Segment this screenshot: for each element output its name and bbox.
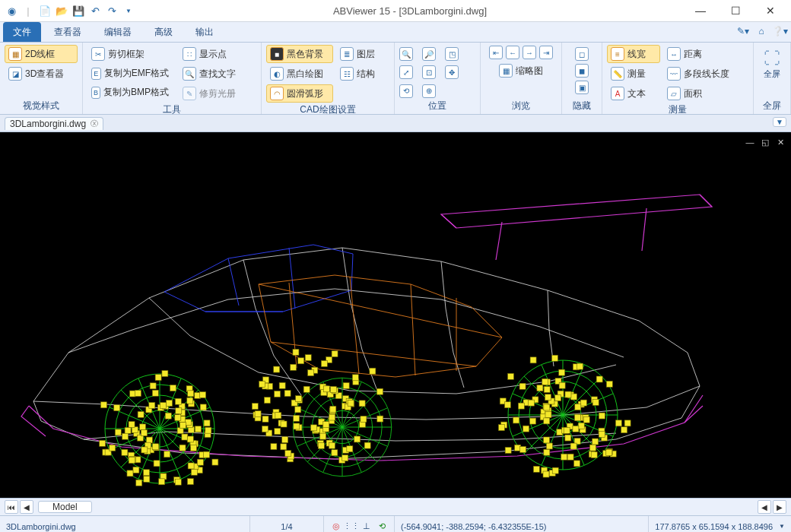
svg-rect-263 bbox=[544, 418, 550, 424]
area-button[interactable]: ▱面积 bbox=[663, 84, 742, 103]
show-points-label: 显示点 bbox=[199, 48, 227, 61]
svg-rect-55 bbox=[159, 479, 165, 485]
nav-first-icon[interactable]: ⇤ bbox=[489, 46, 503, 59]
layers-button[interactable]: ≣图层 bbox=[336, 45, 382, 63]
doctab-dropdown-icon[interactable]: ▼ bbox=[773, 117, 786, 127]
smooth-arc-button[interactable]: ◠圆滑弧形 bbox=[266, 84, 333, 103]
vp-close-icon[interactable]: ✕ bbox=[774, 137, 786, 147]
nav-next-icon[interactable]: → bbox=[523, 46, 536, 59]
area-icon: ▱ bbox=[667, 87, 681, 100]
svg-rect-283 bbox=[529, 400, 535, 406]
zoom-window-icon[interactable]: ◳ bbox=[445, 47, 459, 61]
nav-last-icon[interactable]: ⇥ bbox=[539, 46, 553, 59]
tool-help-icon[interactable]: ❔▾ bbox=[773, 24, 786, 38]
zoom-in-icon[interactable]: 🔍 bbox=[399, 47, 413, 61]
3d-viewer-button[interactable]: ◪ 3D查看器 bbox=[5, 65, 78, 83]
pan-icon[interactable]: ✥ bbox=[445, 65, 459, 79]
menu-tab-editor[interactable]: 编辑器 bbox=[94, 22, 141, 42]
tool-home-icon[interactable]: ⌂ bbox=[754, 24, 768, 38]
copy-emf-button[interactable]: E复制为EMF格式 bbox=[87, 65, 173, 82]
svg-line-13 bbox=[642, 208, 646, 251]
status-coords: (-564.9041; -388.2594; -6.432355E-15) bbox=[395, 516, 649, 532]
status-dropdown-icon[interactable]: ▼ bbox=[779, 523, 785, 530]
sheet-scroll-right-icon[interactable]: ▶ bbox=[773, 500, 786, 514]
show-points-button[interactable]: ∷显示点 bbox=[179, 45, 249, 63]
sheet-scroll-left-icon[interactable]: ◀ bbox=[758, 500, 771, 514]
distance-button[interactable]: ↔距离 bbox=[663, 45, 742, 63]
document-tab[interactable]: 3DLamborgini.dwg ⓧ bbox=[5, 117, 103, 130]
svg-rect-22 bbox=[144, 470, 150, 476]
nav-prev-icon[interactable]: ← bbox=[506, 46, 519, 59]
undo-icon[interactable]: ↶ bbox=[88, 4, 102, 17]
grid-icon[interactable]: ⋮⋮ bbox=[345, 521, 357, 533]
scissors-icon: ✂ bbox=[91, 47, 105, 61]
menu-tab-viewer[interactable]: 查看器 bbox=[44, 22, 91, 42]
hide-other-icon[interactable]: ◼ bbox=[575, 64, 589, 78]
menu-tab-advanced[interactable]: 高级 bbox=[145, 22, 183, 42]
maximize-button[interactable]: ☐ bbox=[721, 3, 750, 18]
copy-bmp-button[interactable]: B复制为BMP格式 bbox=[87, 84, 173, 101]
thumbnails-button[interactable]: ▦缩略图 bbox=[495, 62, 547, 80]
svg-rect-144 bbox=[329, 414, 335, 420]
structure-button[interactable]: ☷结构 bbox=[336, 65, 382, 83]
svg-rect-258 bbox=[575, 415, 581, 421]
find-text-button[interactable]: 🔍查找文字 bbox=[179, 65, 249, 83]
vp-minimize-icon[interactable]: — bbox=[744, 137, 756, 147]
zoom-out-icon[interactable]: 🔎 bbox=[422, 47, 436, 61]
show-all-icon[interactable]: ▣ bbox=[575, 81, 589, 94]
sheet-prev-icon[interactable]: ◀ bbox=[20, 500, 33, 514]
linewidth-button[interactable]: ≡线宽 bbox=[607, 45, 660, 63]
svg-rect-240 bbox=[542, 378, 548, 385]
black-bg-button[interactable]: ■黑色背景 bbox=[266, 45, 333, 63]
menu-tab-file[interactable]: 文件 bbox=[3, 22, 41, 42]
qat-dropdown-icon[interactable]: ▼ bbox=[122, 4, 135, 17]
tool-pencil-icon[interactable]: ✎▾ bbox=[736, 24, 750, 38]
zoom-fit-icon[interactable]: ⊡ bbox=[422, 65, 436, 79]
sheet-first-icon[interactable]: ⏮ bbox=[5, 500, 18, 514]
zoom-prev-icon[interactable]: ⟲ bbox=[399, 84, 413, 98]
polyline-len-button[interactable]: 〰多段线长度 bbox=[663, 65, 742, 83]
bw-draw-button[interactable]: ◐黑白绘图 bbox=[266, 65, 333, 83]
wireframe-icon: ▦ bbox=[8, 47, 22, 61]
snap-icon[interactable]: ◎ bbox=[330, 521, 342, 533]
minimize-button[interactable]: — bbox=[686, 3, 715, 18]
svg-rect-173 bbox=[284, 391, 291, 397]
svg-rect-44 bbox=[150, 383, 156, 389]
zoom-extents-icon[interactable]: ⤢ bbox=[399, 65, 413, 79]
svg-rect-89 bbox=[165, 413, 171, 419]
svg-rect-186 bbox=[332, 450, 338, 456]
ortho-icon[interactable]: ⊥ bbox=[361, 521, 373, 533]
menu-tab-output[interactable]: 输出 bbox=[186, 22, 224, 42]
svg-rect-269 bbox=[570, 394, 577, 400]
sheet-tab-model[interactable]: Model bbox=[38, 501, 92, 513]
svg-rect-191 bbox=[255, 411, 261, 417]
close-button[interactable]: ✕ bbox=[756, 3, 785, 18]
svg-rect-196 bbox=[533, 466, 539, 472]
cut-frame-button[interactable]: ✂剪切框架 bbox=[87, 45, 173, 63]
save-icon[interactable]: 💾 bbox=[71, 4, 85, 17]
2d-wireframe-button[interactable]: ▦ 2D线框 bbox=[5, 45, 78, 63]
hide-sel-icon[interactable]: ◻ bbox=[575, 47, 589, 61]
polar-icon[interactable]: ⟲ bbox=[376, 521, 388, 533]
emf-icon: E bbox=[91, 68, 101, 80]
fullscreen-icon[interactable]: ⛶ bbox=[764, 49, 780, 68]
ribbon-group-label: 浏览 bbox=[485, 100, 557, 114]
drawing-viewport[interactable]: — ◱ ✕ bbox=[0, 132, 791, 499]
trim-button[interactable]: ✎修剪光册 bbox=[179, 84, 249, 103]
open-icon[interactable]: 📂 bbox=[55, 4, 68, 17]
copy-bmp-label: 复制为BMP格式 bbox=[103, 86, 169, 99]
measure-button[interactable]: 📏测量 bbox=[607, 65, 660, 83]
vp-maximize-icon[interactable]: ◱ bbox=[759, 137, 771, 147]
copy-emf-label: 复制为EMF格式 bbox=[104, 67, 169, 80]
svg-rect-74 bbox=[170, 385, 176, 391]
zoom-realtime-icon[interactable]: ⊕ bbox=[422, 84, 436, 98]
redo-icon[interactable]: ↷ bbox=[105, 4, 119, 17]
ribbon-group-fullscreen: ⛶ 全屏 全屏 bbox=[754, 43, 791, 114]
svg-rect-63 bbox=[146, 437, 152, 443]
svg-rect-156 bbox=[332, 351, 338, 357]
text-button[interactable]: A文本 bbox=[607, 84, 660, 103]
new-icon[interactable]: 📄 bbox=[38, 4, 52, 17]
close-tab-icon[interactable]: ⓧ bbox=[91, 119, 98, 129]
trim-label: 修剪光册 bbox=[199, 87, 236, 100]
svg-rect-140 bbox=[352, 375, 358, 381]
